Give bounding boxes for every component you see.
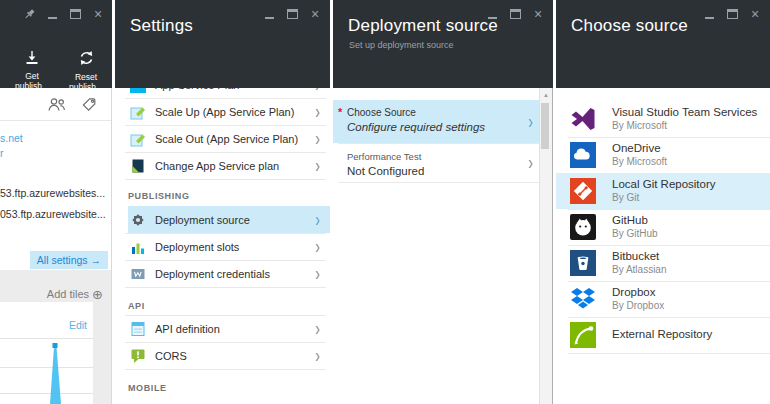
- close-icon[interactable]: ×: [92, 7, 104, 21]
- webapp-blade-header: × Getpublish...: [0, 0, 112, 88]
- maximize-icon[interactable]: [509, 7, 521, 21]
- deployment-source-window-controls: ×: [486, 7, 544, 21]
- source-item-bitbucket[interactable]: Bitbucket By Atlassian: [556, 245, 770, 281]
- close-icon[interactable]: ×: [309, 7, 321, 21]
- scale-out-icon: [130, 131, 146, 147]
- choose-source-blade: Choose source × Visual Studio Team Servi…: [556, 0, 770, 404]
- deployment-source-header: Deployment source Set up deployment sour…: [333, 0, 553, 88]
- monitoring-tile[interactable]: Edit: [0, 302, 93, 404]
- section-publishing: PUBLISHING: [128, 191, 190, 201]
- source-item-onedrive[interactable]: OneDrive By Microsoft: [556, 137, 770, 173]
- required-marker: *: [338, 106, 342, 118]
- get-publish-button[interactable]: Getpublish...: [6, 50, 58, 91]
- people-icon[interactable]: [47, 97, 67, 116]
- tag-icon[interactable]: [81, 97, 97, 117]
- spark-spike-chart: [0, 302, 93, 404]
- add-circle-icon: ⊕: [92, 287, 103, 302]
- chevron-right-icon: ›: [315, 343, 320, 366]
- cors-icon: [130, 348, 146, 364]
- chevron-right-icon: ›: [315, 99, 320, 122]
- scroll-up-icon[interactable]: ▲: [540, 92, 552, 98]
- dropbox-icon: [570, 286, 596, 312]
- performance-test-item[interactable]: Performance Test Not Configured ›: [333, 143, 541, 182]
- close-icon[interactable]: ×: [532, 7, 544, 21]
- maximize-icon[interactable]: [726, 7, 738, 21]
- webapp-window-controls: ×: [23, 7, 104, 21]
- maximize-icon[interactable]: [69, 7, 81, 21]
- source-item-vsts[interactable]: Visual Studio Team Services By Microsoft: [556, 101, 770, 137]
- bitbucket-icon: [570, 250, 596, 276]
- ftps-hostname: 053.ftp.azurewebsite...: [0, 208, 106, 220]
- essentials-section: s.net r 53.ftp.azurewebsites... 053.ftp.…: [0, 88, 112, 270]
- deployment-source-blade: Deployment source Set up deployment sour…: [333, 0, 553, 404]
- deployment-credentials-icon: [130, 266, 146, 282]
- webapp-blade: × Getpublish...: [0, 0, 112, 404]
- add-tiles-button[interactable]: Add tiles ⊕: [47, 287, 103, 302]
- api-definition-icon: [130, 321, 146, 337]
- chevron-right-icon: ›: [315, 126, 320, 149]
- scale-up-icon: [130, 104, 146, 120]
- git-icon: [570, 178, 596, 204]
- chevron-right-icon: ›: [315, 153, 320, 176]
- all-settings-link[interactable]: All settings →: [30, 251, 108, 269]
- reset-publish-button[interactable]: Resetpublish...: [60, 50, 112, 92]
- section-mobile: MOBILE: [128, 383, 167, 393]
- settings-item-change-plan[interactable]: Change App Service plan ›: [128, 152, 330, 179]
- dashboard-area: Add tiles ⊕ Edit: [0, 270, 112, 404]
- minimize-icon[interactable]: [263, 7, 275, 21]
- change-app-service-plan-icon: [130, 158, 146, 174]
- settings-item-deployment-slots[interactable]: Deployment slots ›: [128, 233, 330, 260]
- deployment-source-subtitle: Set up deployment source: [349, 40, 454, 50]
- visual-studio-icon: [570, 106, 596, 132]
- external-repository-icon: [570, 322, 596, 348]
- deployment-source-icon: [130, 212, 146, 228]
- source-item-local-git[interactable]: Local Git Repository By Git: [556, 173, 770, 209]
- section-api: API: [128, 301, 145, 311]
- download-icon: [24, 51, 40, 68]
- scrollbar-thumb[interactable]: [541, 103, 549, 149]
- source-item-dropbox[interactable]: Dropbox By Dropbox: [556, 281, 770, 317]
- choose-source-title: Choose source: [571, 16, 688, 36]
- settings-item-scale-out[interactable]: Scale Out (App Service Plan) ›: [128, 125, 330, 152]
- settings-item-deployment-source[interactable]: Deployment source ›: [128, 206, 330, 233]
- deployment-source-title: Deployment source: [348, 16, 498, 36]
- settings-list: App Service Plan › Scale Up (App Service…: [115, 88, 330, 404]
- close-icon[interactable]: ×: [749, 7, 761, 21]
- minimize-icon[interactable]: [486, 7, 498, 21]
- chevron-right-icon: ›: [528, 109, 533, 132]
- arrow-right-icon: →: [91, 254, 102, 266]
- settings-blade-title: Settings: [130, 16, 193, 36]
- azure-portal: × Getpublish...: [0, 0, 770, 404]
- settings-blade: Settings × App Service Plan › Scale Up (…: [115, 0, 330, 404]
- settings-item-cors[interactable]: CORS ›: [128, 342, 330, 369]
- minimize-icon[interactable]: [46, 7, 58, 21]
- vertical-scrollbar[interactable]: ▲: [539, 88, 553, 404]
- truncated-link[interactable]: r: [0, 147, 4, 159]
- choose-source-header: Choose source ×: [556, 0, 770, 88]
- settings-window-controls: ×: [263, 7, 321, 21]
- minimize-icon[interactable]: [703, 7, 715, 21]
- chevron-right-icon: ›: [315, 88, 320, 95]
- settings-item-app-service-plan[interactable]: App Service Plan ›: [128, 88, 330, 98]
- chevron-right-icon: ›: [528, 150, 533, 173]
- chevron-right-icon: ›: [315, 234, 320, 257]
- chevron-right-icon: ›: [315, 316, 320, 339]
- pin-icon[interactable]: [23, 7, 35, 21]
- github-icon: [570, 214, 596, 240]
- maximize-icon[interactable]: [286, 7, 298, 21]
- settings-item-deployment-credentials[interactable]: Deployment credentials ›: [128, 260, 330, 287]
- settings-item-scale-up[interactable]: Scale Up (App Service Plan) ›: [128, 98, 330, 125]
- source-item-external-repo[interactable]: External Repository: [556, 317, 770, 353]
- refresh-icon: [78, 52, 95, 69]
- site-url-link[interactable]: s.net: [0, 132, 23, 144]
- chevron-right-icon: ›: [315, 261, 320, 284]
- settings-item-api-definition[interactable]: API definition ›: [128, 315, 330, 342]
- choose-source-item[interactable]: * Choose Source Configure required setti…: [333, 100, 541, 143]
- choose-source-window-controls: ×: [703, 7, 761, 21]
- source-item-github[interactable]: GitHub By GitHub: [556, 209, 770, 245]
- app-service-plan-icon: [130, 88, 146, 93]
- settings-blade-header: Settings ×: [115, 0, 330, 88]
- onedrive-icon: [570, 142, 596, 168]
- deployment-slots-icon: [130, 239, 146, 255]
- ftp-hostname: 53.ftp.azurewebsites...: [0, 187, 105, 199]
